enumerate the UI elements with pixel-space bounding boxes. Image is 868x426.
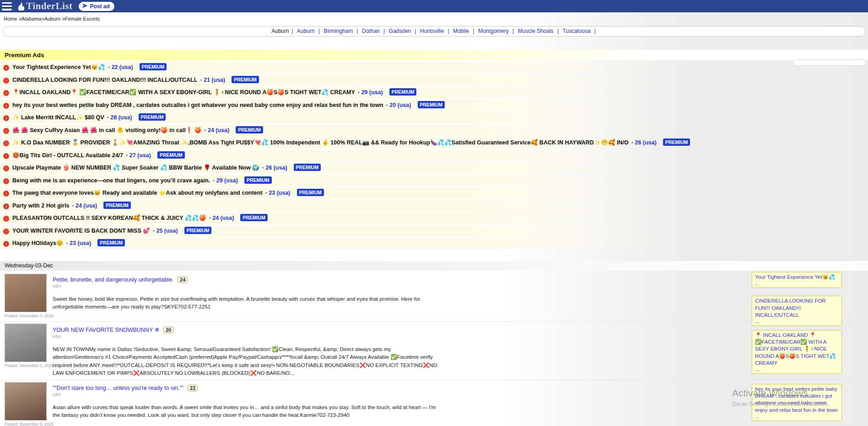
- sidebar-premium-ad-box[interactable]: 📍 INCALL OAKLAND 📍 ✅FACETIME/CAR✅ WITH A…: [752, 330, 842, 374]
- listing-photo-placeholder[interactable]: [5, 324, 47, 362]
- premium-ad-title-link[interactable]: 🥵Big Tits Girl - OUTCALL Available 24/7: [12, 152, 123, 159]
- listing-title-link[interactable]: YOUR NEW FAVORITE SNOWBUNNY ❄: [53, 326, 159, 333]
- premium-badge: PREMIUM: [232, 76, 259, 83]
- premium-ad-age-region: - 29 (usa): [213, 177, 238, 184]
- premium-ad-title-link[interactable]: hey its your best wettes petite baby DRE…: [12, 102, 383, 108]
- city-link-tuscaloosa[interactable]: Tuscaloosa: [562, 28, 590, 34]
- listing-country-label: USA: [53, 334, 442, 339]
- listing-left-column: Posted: December 3, 2025: [5, 382, 47, 426]
- listing-row: Posted: December 3, 2025 YOUR NEW FAVORI…: [0, 321, 868, 380]
- hamburger-menu-icon[interactable]: [2, 2, 12, 11]
- sidebar-ad-more-link[interactable]: ...: [755, 281, 839, 287]
- bump-up-icon: [3, 191, 9, 197]
- premium-ad-age-region: - 22 (usa): [108, 64, 133, 70]
- listing-photo-placeholder[interactable]: [5, 274, 47, 312]
- bump-up-icon: [3, 103, 9, 109]
- listing-posted-date: Posted: December 3, 2025: [5, 422, 47, 426]
- premium-badge: PREMIUM: [184, 227, 212, 234]
- separator: |: [317, 28, 321, 34]
- premium-ad-row[interactable]: 🥵Big Tits Girl - OUTCALL Available 24/7-…: [0, 150, 868, 161]
- page: TinderList Post ad Home >Alabama>Auburn …: [0, 0, 868, 426]
- premium-ad-row[interactable]: 📍INCALL OAKLAND📍 ✅FACETIME/CAR✅ WITH A S…: [0, 87, 868, 98]
- premium-ad-title-link[interactable]: Being with me is an experience—one that …: [12, 177, 210, 184]
- premium-ad-row[interactable]: hey its your best wettes petite baby DRE…: [0, 100, 868, 111]
- premium-ad-title-link[interactable]: Upscale Playmate 👙 NEW NUMBER 💦 Super So…: [12, 165, 259, 171]
- post-ad-label: Post ad: [90, 3, 109, 10]
- premium-ad-age-region: - 28 (usa): [107, 114, 132, 121]
- premium-ad-title-link[interactable]: 📍INCALL OAKLAND📍 ✅FACETIME/CAR✅ WITH A S…: [12, 89, 355, 96]
- premium-ad-row[interactable]: ✨ K.O Daa NUMBER 🏅 PROVIDER 🧎✨💘AMAZING T…: [0, 137, 868, 149]
- separator: |: [290, 28, 295, 34]
- sidebar-ad-link[interactable]: Your Tightest Experience Yet😼💦: [755, 274, 839, 281]
- premium-ad-row[interactable]: ✨ Lake Merritt INCALL✨ $80 QV- 28 (usa)P…: [0, 112, 868, 123]
- city-link-muscle-shoals[interactable]: Muscle Shoals: [518, 28, 554, 34]
- sidebar-premium-ad-box[interactable]: Your Tightest Experience Yet😼💦 ...: [752, 272, 842, 288]
- premium-ad-age-region: - 20 (usa): [386, 102, 411, 108]
- bump-up-icon: [3, 229, 9, 234]
- premium-ad-row[interactable]: Happy HOlidays😊- 23 (usa)PREMIUM: [0, 238, 868, 249]
- sidebar-premium-ad-box[interactable]: hey its your best wettes petite baby DRE…: [752, 384, 842, 421]
- premium-ad-title-link[interactable]: The pawg that everyone loves🐱 Ready and …: [12, 190, 263, 196]
- separator: |: [556, 28, 561, 34]
- post-ad-button[interactable]: Post ad: [79, 2, 114, 11]
- premium-ad-row[interactable]: PLEASANTON OUTCALLS !! SEXY KOREAN🥰 THIC…: [0, 213, 868, 224]
- city-link-birmingham[interactable]: Birmingham: [323, 28, 353, 34]
- premium-ad-title-link[interactable]: Happy HOlidays😊: [12, 240, 63, 246]
- city-link-auburn[interactable]: Auburn: [297, 28, 315, 34]
- premium-ad-title-link[interactable]: ✨ K.O Daa NUMBER 🏅 PROVIDER 🧎✨💘AMAZING T…: [12, 139, 629, 146]
- premium-ad-title-link[interactable]: Party with 2 Hot girls: [12, 202, 69, 209]
- premium-ad-age-region: - 26 (usa): [631, 139, 657, 146]
- premium-ad-title-link[interactable]: YOUR WINTER FAVORITE IS BACK DONT MISS 💕: [12, 228, 150, 234]
- premium-ad-row[interactable]: YOUR WINTER FAVORITE IS BACK DONT MISS 💕…: [0, 225, 868, 237]
- premium-ad-title-link[interactable]: 🌺 🌺 Sexy CuRvy Asian 🌺 🌺 in call 🐥 visit…: [12, 127, 201, 133]
- listing-description: Asian allure with curves that speak loud…: [53, 404, 442, 420]
- premium-badge: PREMIUM: [297, 189, 324, 196]
- premium-ad-row[interactable]: Your Tightest Experience Yet😼💦- 22 (usa)…: [0, 62, 868, 73]
- listing-title-row: Petite, brunette, and dangerously unforg…: [53, 277, 442, 283]
- premium-ad-row[interactable]: Party with 2 Hot girls- 24 (usa)PREMIUM: [0, 200, 868, 212]
- site-logo[interactable]: TinderList: [17, 0, 72, 12]
- premium-badge: PREMIUM: [244, 176, 272, 184]
- sidebar-ad-more-link[interactable]: ...: [755, 367, 839, 373]
- premium-ad-title-link[interactable]: CINDERELLA LOOKING FOR FUN!!! OAKLAND!!!…: [12, 77, 197, 83]
- listing-title-link[interactable]: Petite, brunette, and dangerously unforg…: [53, 277, 173, 283]
- city-link-montgomery[interactable]: Montgomery: [478, 28, 509, 34]
- city-link-huntsville[interactable]: Huntsville: [420, 28, 444, 34]
- premium-badge: PREMIUM: [389, 88, 417, 96]
- bump-up-icon: [3, 65, 9, 71]
- listings-section: Posted: December 3, 2025 Petite, brunett…: [0, 272, 868, 426]
- sidebar-ad-link[interactable]: CINDERELLA LOOKING FOR FUN!!! OAKLAND!!!…: [755, 298, 839, 319]
- premium-ad-title-link[interactable]: Your Tightest Experience Yet😼💦: [12, 64, 105, 70]
- city-link-gadsden[interactable]: Gadsden: [389, 28, 411, 34]
- premium-ad-row[interactable]: The pawg that everyone loves🐱 Ready and …: [0, 187, 868, 199]
- premium-ad-row[interactable]: 🌺 🌺 Sexy CuRvy Asian 🌺 🌺 in call 🐥 visit…: [0, 125, 868, 136]
- sidebar-premium-ads: Your Tightest Experience Yet😼💦 ... CINDE…: [752, 272, 842, 426]
- premium-ad-title-link[interactable]: ✨ Lake Merritt INCALL✨ $80 QV: [12, 114, 104, 121]
- city-link-dothan[interactable]: Dothan: [362, 28, 380, 34]
- sidebar-premium-ad-box[interactable]: CINDERELLA LOOKING FOR FUN!!! OAKLAND!!!…: [752, 296, 842, 326]
- sidebar-ad-link[interactable]: hey its your best wettes petite baby DRE…: [755, 386, 839, 414]
- premium-ad-age-region: - 27 (usa): [126, 152, 151, 159]
- bump-up-icon: [3, 90, 9, 96]
- premium-ad-title-link[interactable]: PLEASANTON OUTCALLS !! SEXY KOREAN🥰 THIC…: [12, 215, 206, 221]
- breadcrumb[interactable]: Home >Alabama>Auburn >Female Escorts: [0, 12, 868, 24]
- sidebar-ad-more-link[interactable]: ...: [755, 414, 839, 420]
- bump-up-icon: [3, 203, 9, 209]
- listing-country-label: USA: [53, 284, 442, 288]
- sidebar-ad-more-link[interactable]: ...: [755, 319, 839, 325]
- listing-country-label: USA: [53, 392, 442, 397]
- city-nav-current: Auburn: [271, 28, 289, 34]
- bump-up-icon: [3, 165, 9, 171]
- premium-ad-row[interactable]: Upscale Playmate 👙 NEW NUMBER 💦 Super So…: [0, 162, 868, 174]
- sidebar-ad-link[interactable]: 📍 INCALL OAKLAND 📍 ✅FACETIME/CAR✅ WITH A…: [755, 332, 839, 367]
- listing-posted-date: Posted: December 3, 2025: [5, 314, 47, 318]
- separator: |: [471, 28, 476, 34]
- listing-photo-placeholder[interactable]: [5, 382, 47, 421]
- city-link-mobile[interactable]: Mobile: [453, 28, 469, 34]
- listing-description: NEW IN TOWNMy name is Dallas !Seductive,…: [53, 346, 442, 377]
- listing-title-link[interactable]: "“Don't stare too long… unless you're re…: [53, 385, 183, 391]
- premium-ad-row[interactable]: Being with me is an experience—one that …: [0, 175, 868, 186]
- city-nav: Auburn | Auburn | Birmingham | Dothan | …: [3, 26, 865, 37]
- separator: |: [593, 28, 595, 34]
- premium-ad-row[interactable]: CINDERELLA LOOKING FOR FUN!!! OAKLAND!!!…: [0, 75, 868, 86]
